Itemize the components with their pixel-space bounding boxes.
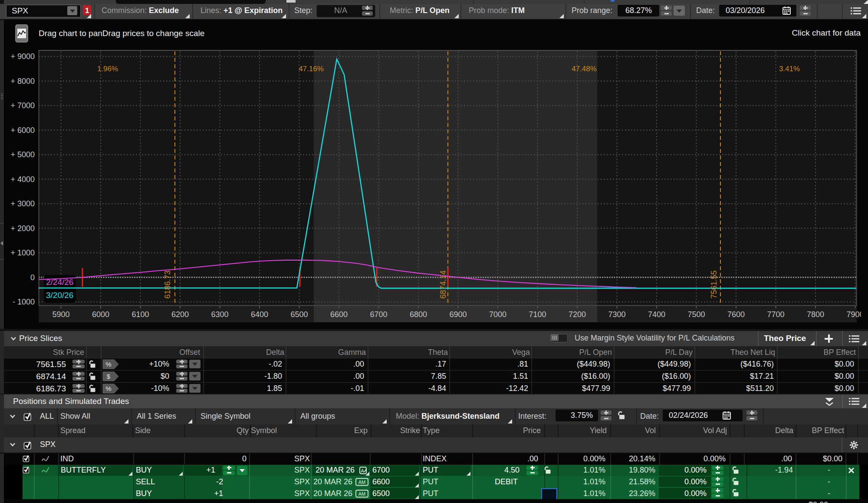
svg-text:6300: 6300 (211, 310, 228, 319)
svg-text:6700: 6700 (370, 310, 387, 319)
svg-text:6400: 6400 (251, 310, 268, 319)
svg-text:+ 2000: + 2000 (10, 224, 35, 233)
svg-text:7300: 7300 (608, 310, 625, 319)
svg-text:7100: 7100 (529, 310, 546, 319)
svg-text:3.41%: 3.41% (779, 65, 800, 73)
svg-text:6800: 6800 (410, 310, 427, 319)
svg-text:1.96%: 1.96% (97, 65, 118, 73)
svg-text:47.16%: 47.16% (299, 65, 324, 73)
svg-text:6500: 6500 (290, 310, 308, 319)
svg-text:6874.14: 6874.14 (439, 270, 447, 298)
svg-text:+ 4000: + 4000 (10, 175, 35, 184)
svg-text:$: $ (107, 373, 111, 380)
svg-text:6200: 6200 (171, 310, 189, 319)
svg-text:+ 7000: + 7000 (10, 101, 35, 110)
svg-text:5900: 5900 (52, 310, 69, 319)
svg-text:- 1000: - 1000 (13, 298, 35, 306)
svg-text:47.48%: 47.48% (572, 65, 597, 73)
svg-text:Drag chart to panDrag prices t: Drag chart to panDrag prices to change s… (39, 29, 204, 38)
svg-text:6000: 6000 (92, 310, 109, 319)
svg-text:6100: 6100 (132, 310, 149, 319)
svg-text:3/20/26: 3/20/26 (46, 291, 73, 300)
svg-text:6600: 6600 (330, 310, 348, 319)
svg-text:%: % (105, 361, 111, 368)
svg-text:7600: 7600 (727, 310, 745, 319)
svg-text:+ 3000: + 3000 (10, 199, 35, 208)
svg-text:7000: 7000 (489, 310, 506, 319)
svg-text:AM: AM (358, 480, 366, 485)
svg-text:2/24/26: 2/24/26 (46, 278, 73, 287)
svg-text:%: % (105, 385, 111, 392)
svg-text:+ 8000: + 8000 (10, 77, 35, 86)
svg-text:A: A (361, 468, 364, 473)
svg-text:7500: 7500 (687, 310, 705, 319)
svg-text:AM: AM (358, 491, 366, 496)
svg-text:+ 5000: + 5000 (10, 150, 35, 159)
svg-text:0: 0 (30, 273, 35, 282)
svg-text:+ 9000: + 9000 (10, 52, 35, 61)
svg-text:Click chart for data: Click chart for data (792, 28, 861, 37)
svg-text:7800: 7800 (807, 310, 824, 319)
svg-text:7561.55: 7561.55 (710, 270, 718, 298)
svg-text:6900: 6900 (449, 310, 467, 319)
svg-text:7200: 7200 (569, 310, 586, 319)
svg-text:+ 6000: + 6000 (10, 126, 35, 135)
svg-text:7700: 7700 (767, 310, 784, 319)
svg-text:+ 1000: + 1000 (10, 248, 35, 257)
svg-text:6186.73: 6186.73 (163, 270, 172, 298)
svg-text:7400: 7400 (648, 310, 665, 319)
